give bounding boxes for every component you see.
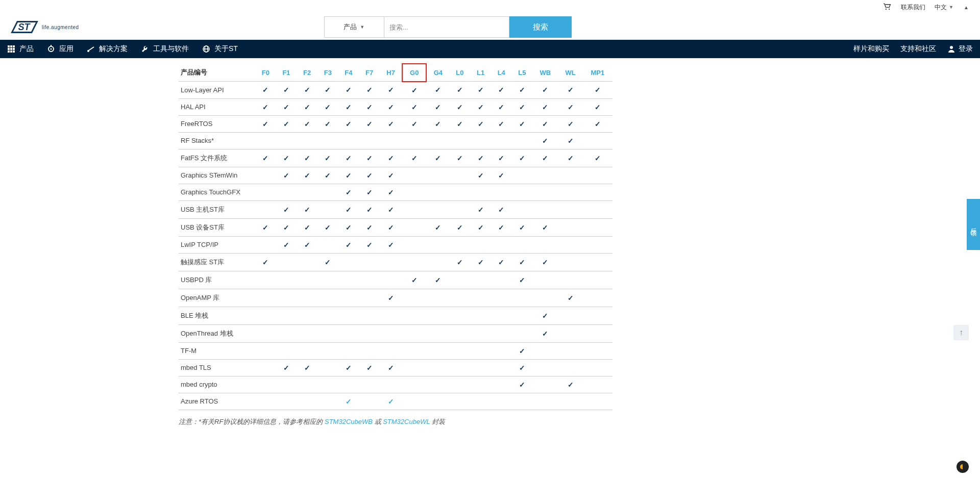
table-row: RF Stacks*✓✓ bbox=[179, 132, 612, 149]
cell bbox=[276, 342, 297, 359]
svg-rect-7 bbox=[10, 48, 12, 50]
cell: ✓ bbox=[402, 98, 426, 115]
check-icon: ✓ bbox=[283, 103, 289, 111]
chevron-down-icon: ▼ bbox=[360, 24, 364, 30]
footnote-link-wb[interactable]: STM32CubeWB bbox=[325, 418, 373, 425]
col-WL[interactable]: WL bbox=[558, 64, 583, 82]
scroll-top-button[interactable]: ↑ bbox=[953, 325, 969, 340]
cell bbox=[583, 359, 612, 376]
cell bbox=[297, 376, 317, 393]
cell: ✓ bbox=[338, 98, 359, 115]
collapse-icon[interactable]: ▲ bbox=[963, 4, 970, 11]
cell: ✓ bbox=[380, 236, 402, 253]
check-icon: ✓ bbox=[498, 171, 504, 180]
cell: ✓ bbox=[297, 82, 317, 99]
cell bbox=[317, 342, 338, 359]
nav-samples[interactable]: 样片和购买 bbox=[853, 44, 889, 54]
cell bbox=[426, 200, 449, 218]
cell bbox=[512, 184, 533, 200]
cell: ✓ bbox=[426, 271, 449, 289]
cell: ✓ bbox=[426, 115, 449, 132]
search-input[interactable] bbox=[384, 16, 509, 38]
svg-point-19 bbox=[950, 46, 953, 49]
cell: ✓ bbox=[512, 98, 533, 115]
col-F7[interactable]: F7 bbox=[359, 64, 380, 82]
check-icon: ✓ bbox=[366, 171, 373, 180]
product-selector[interactable]: 产品 ▼ bbox=[324, 16, 384, 38]
check-icon: ✓ bbox=[325, 171, 331, 180]
col-G4[interactable]: G4 bbox=[426, 64, 449, 82]
check-icon: ✓ bbox=[519, 258, 525, 266]
nav-support[interactable]: 支持和社区 bbox=[900, 44, 936, 54]
col-F2[interactable]: F2 bbox=[297, 64, 317, 82]
check-icon: ✓ bbox=[519, 364, 525, 372]
col-H7[interactable]: H7 bbox=[380, 64, 402, 82]
feedback-tab[interactable]: 反馈 bbox=[967, 199, 980, 250]
nav-tools[interactable]: 工具与软件 bbox=[141, 44, 189, 54]
check-icon: ✓ bbox=[304, 120, 310, 128]
cell: ✓ bbox=[532, 324, 558, 342]
check-icon: ✓ bbox=[411, 86, 418, 94]
check-icon: ✓ bbox=[542, 154, 548, 162]
cell bbox=[255, 236, 276, 253]
logo[interactable]: ST life.augmented bbox=[10, 17, 79, 37]
check-icon: ✓ bbox=[498, 258, 504, 266]
col-F3[interactable]: F3 bbox=[317, 64, 338, 82]
col-L4[interactable]: L4 bbox=[491, 64, 512, 82]
search-button[interactable]: 搜索 bbox=[509, 16, 572, 38]
nav-solutions[interactable]: 解决方案 bbox=[87, 44, 128, 54]
col-G0[interactable]: G0 bbox=[402, 64, 426, 82]
col-WB[interactable]: WB bbox=[532, 64, 558, 82]
nav-products[interactable]: 产品 bbox=[7, 44, 34, 54]
cell bbox=[583, 324, 612, 342]
cell: ✓ bbox=[297, 218, 317, 236]
product-selector-label: 产品 bbox=[344, 22, 357, 32]
cell bbox=[512, 289, 533, 307]
check-icon: ✓ bbox=[388, 294, 394, 302]
row-label: 触摸感应 ST库 bbox=[179, 253, 255, 271]
topbar: 联系我们 中文 ▼ ▲ bbox=[0, 0, 980, 14]
check-icon: ✓ bbox=[325, 103, 331, 111]
cell: ✓ bbox=[512, 359, 533, 376]
nav-about[interactable]: 关于ST bbox=[202, 44, 238, 54]
search-bar: 产品 ▼ 搜索 bbox=[324, 16, 572, 38]
col-MP1[interactable]: MP1 bbox=[583, 64, 612, 82]
cell bbox=[338, 376, 359, 393]
cell: ✓ bbox=[470, 149, 491, 167]
cell: ✓ bbox=[359, 218, 380, 236]
lang-selector[interactable]: 中文 ▼ bbox=[935, 3, 953, 12]
cart-icon[interactable] bbox=[883, 3, 892, 12]
navbar: 产品应用解决方案工具与软件关于ST 样片和购买支持和社区登录 bbox=[0, 40, 980, 58]
footnote-link-wl[interactable]: STM32CubeWL bbox=[383, 418, 430, 425]
check-icon: ✓ bbox=[346, 241, 352, 249]
check-icon: ✓ bbox=[595, 103, 601, 111]
col-L5[interactable]: L5 bbox=[512, 64, 533, 82]
cell bbox=[583, 342, 612, 359]
nav-apps[interactable]: 应用 bbox=[47, 44, 74, 54]
contact-link[interactable]: 联系我们 bbox=[901, 3, 925, 12]
check-icon: ✓ bbox=[542, 86, 548, 94]
col-L1[interactable]: L1 bbox=[470, 64, 491, 82]
cell bbox=[276, 393, 297, 410]
col-F4[interactable]: F4 bbox=[338, 64, 359, 82]
cell bbox=[380, 132, 402, 149]
cell bbox=[512, 236, 533, 253]
check-icon: ✓ bbox=[519, 103, 525, 111]
cell bbox=[450, 359, 471, 376]
cell bbox=[512, 167, 533, 184]
cell bbox=[450, 342, 471, 359]
check-icon: ✓ bbox=[478, 154, 484, 162]
login-button[interactable]: 登录 bbox=[947, 44, 973, 54]
check-icon: ✓ bbox=[519, 86, 525, 94]
col-F0[interactable]: F0 bbox=[255, 64, 276, 82]
check-icon: ✓ bbox=[283, 120, 289, 128]
svg-rect-11 bbox=[13, 51, 15, 53]
table-row: LwIP TCP/IP✓✓✓✓✓ bbox=[179, 236, 612, 253]
check-icon: ✓ bbox=[262, 258, 268, 266]
cell bbox=[426, 342, 449, 359]
cell bbox=[491, 184, 512, 200]
cell: ✓ bbox=[491, 82, 512, 99]
col-L0[interactable]: L0 bbox=[450, 64, 471, 82]
col-F1[interactable]: F1 bbox=[276, 64, 297, 82]
check-icon: ✓ bbox=[519, 347, 525, 355]
